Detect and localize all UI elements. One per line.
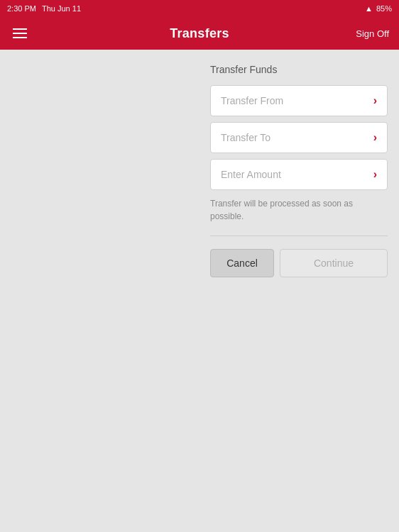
sign-off-button[interactable]: Sign Off — [356, 28, 389, 39]
hamburger-line-3 — [13, 37, 27, 38]
page-title: Transfers — [170, 26, 229, 41]
transfer-from-row[interactable]: Transfer From › — [210, 85, 388, 116]
enter-amount-label: Enter Amount — [221, 169, 281, 180]
divider — [210, 235, 388, 236]
status-time: 2:30 PM — [7, 4, 36, 13]
menu-button[interactable] — [10, 26, 30, 41]
cancel-button[interactable]: Cancel — [210, 249, 274, 277]
status-bar-left: 2:30 PM Thu Jun 11 — [7, 4, 81, 13]
hamburger-line-1 — [13, 28, 27, 30]
status-bar: 2:30 PM Thu Jun 11 ▲ 85% — [0, 0, 399, 17]
transfer-to-chevron-icon: › — [373, 131, 377, 144]
transfer-to-label: Transfer To — [221, 132, 270, 143]
enter-amount-row[interactable]: Enter Amount › — [210, 159, 388, 190]
hamburger-line-2 — [13, 33, 27, 34]
status-bar-right: ▲ 85% — [365, 4, 392, 13]
wifi-icon: ▲ — [365, 4, 373, 13]
transfer-from-label: Transfer From — [221, 95, 283, 106]
note-text: Transfer will be processed as soon as po… — [210, 197, 388, 223]
buttons-row: Cancel Continue — [210, 249, 388, 277]
section-title: Transfer Funds — [210, 64, 388, 75]
continue-button: Continue — [280, 249, 388, 277]
status-date: Thu Jun 11 — [42, 4, 81, 13]
main-content: Transfer Funds Transfer From › Transfer … — [0, 50, 399, 532]
nav-bar: Transfers Sign Off — [0, 17, 399, 50]
right-panel: Transfer Funds Transfer From › Transfer … — [199, 50, 399, 532]
left-panel — [0, 50, 199, 532]
battery-level: 85% — [376, 4, 392, 13]
transfer-from-chevron-icon: › — [373, 94, 377, 107]
enter-amount-chevron-icon: › — [373, 168, 377, 181]
transfer-to-row[interactable]: Transfer To › — [210, 122, 388, 153]
